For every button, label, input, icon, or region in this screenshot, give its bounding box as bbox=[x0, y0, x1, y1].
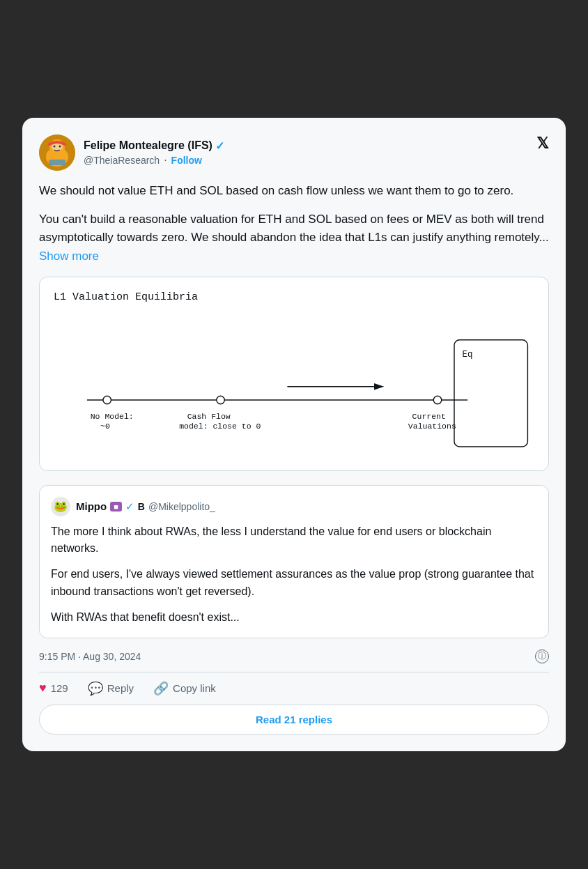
reply-badge-b: B bbox=[138, 501, 145, 512]
dot-separator: · bbox=[164, 154, 167, 167]
svg-point-10 bbox=[103, 396, 111, 403]
display-name: Felipe Montealegre (IFS) ✓ bbox=[84, 139, 224, 153]
user-header-left: Felipe Montealegre (IFS) ✓ @TheiaResearc… bbox=[39, 134, 224, 171]
username-row: @TheiaResearch · Follow bbox=[84, 154, 224, 167]
tweet-paragraph-1: We should not value ETH and SOL based on… bbox=[39, 182, 549, 200]
copy-link-label: Copy link bbox=[173, 682, 216, 694]
svg-text:Valuations: Valuations bbox=[408, 422, 456, 431]
reply-handle: @Mikelppolito_ bbox=[148, 501, 215, 512]
svg-point-4 bbox=[54, 146, 56, 148]
user-info: Felipe Montealegre (IFS) ✓ @TheiaResearc… bbox=[84, 139, 224, 167]
reply-label: Reply bbox=[107, 682, 134, 694]
verified-icon: ✓ bbox=[215, 139, 224, 153]
tweet-card: Felipe Montealegre (IFS) ✓ @TheiaResearc… bbox=[22, 118, 566, 751]
svg-text:No Model:: No Model: bbox=[91, 412, 134, 421]
show-more-link[interactable]: Show more bbox=[39, 249, 99, 263]
actions-row: ♥ 129 💬 Reply 🔗 Copy link bbox=[39, 681, 549, 696]
like-action[interactable]: ♥ 129 bbox=[39, 681, 68, 695]
svg-text:Current: Current bbox=[412, 412, 446, 421]
tweet-body: We should not value ETH and SOL based on… bbox=[39, 182, 549, 265]
diagram-container: L1 Valuation Equilibria No Model: ~0 Cas… bbox=[39, 277, 549, 471]
svg-marker-9 bbox=[374, 383, 384, 390]
heart-icon: ♥ bbox=[39, 681, 47, 695]
reply-verified-icon: ✓ bbox=[125, 500, 134, 513]
reply-badge-purple: ■ bbox=[110, 502, 122, 512]
info-icon[interactable]: ⓘ bbox=[535, 649, 549, 663]
reply-username-block: Mippo ■ ✓ B @Mikelppolito_ bbox=[76, 500, 215, 513]
reply-paragraph-1: The more I think about RWAs, the less I … bbox=[51, 523, 537, 558]
likes-count: 129 bbox=[51, 682, 68, 694]
svg-text:~0: ~0 bbox=[100, 422, 110, 431]
timestamp-text: 9:15 PM · Aug 30, 2024 bbox=[39, 651, 141, 662]
diagram-svg: No Model: ~0 Cash Flow model: close to 0… bbox=[54, 320, 534, 454]
reply-text-body: The more I think about RWAs, the less I … bbox=[51, 523, 537, 626]
reply-display-name: Mippo bbox=[76, 500, 107, 512]
reply-avatar: 🐸 bbox=[51, 497, 70, 516]
read-replies-button[interactable]: Read 21 replies bbox=[39, 705, 549, 735]
svg-point-5 bbox=[59, 146, 61, 148]
diagram-title: L1 Valuation Equilibria bbox=[54, 291, 534, 303]
x-logo-icon: 𝕏 bbox=[536, 134, 549, 153]
svg-point-12 bbox=[433, 396, 441, 403]
reply-paragraph-3: With RWAs that benefit doesn't exist... bbox=[51, 609, 537, 626]
svg-text:Eq: Eq bbox=[462, 350, 472, 360]
svg-text:model: close to 0: model: close to 0 bbox=[179, 422, 261, 431]
avatar bbox=[39, 134, 75, 171]
svg-text:Cash Flow: Cash Flow bbox=[187, 412, 231, 421]
reply-action[interactable]: 💬 Reply bbox=[88, 681, 134, 696]
tweet-paragraph-2: You can't build a reasonable valuation f… bbox=[39, 210, 549, 266]
tweet-header: Felipe Montealegre (IFS) ✓ @TheiaResearc… bbox=[39, 134, 549, 171]
reply-card: 🐸 Mippo ■ ✓ B @Mikelppolito_ The more I … bbox=[39, 485, 549, 638]
username: @TheiaResearch bbox=[84, 155, 160, 166]
svg-rect-6 bbox=[49, 160, 65, 165]
copy-link-action[interactable]: 🔗 Copy link bbox=[153, 681, 216, 696]
reply-bubble-icon: 💬 bbox=[88, 681, 103, 696]
follow-button[interactable]: Follow bbox=[171, 155, 202, 166]
divider bbox=[39, 672, 549, 672]
reply-paragraph-2: For end users, I've always viewed settle… bbox=[51, 566, 537, 601]
timestamp-row: 9:15 PM · Aug 30, 2024 ⓘ bbox=[39, 649, 549, 663]
svg-point-11 bbox=[217, 396, 224, 403]
reply-card-header: 🐸 Mippo ■ ✓ B @Mikelppolito_ bbox=[51, 497, 537, 516]
link-icon: 🔗 bbox=[153, 681, 169, 696]
